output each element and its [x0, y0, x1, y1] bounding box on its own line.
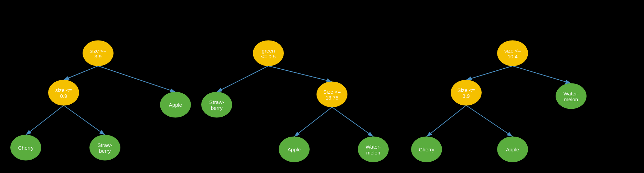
node-n1-tree3: size <=10.4: [497, 41, 528, 66]
node-n2-tree2: Straw-berry: [201, 92, 232, 118]
node-n2-tree3: Size <=3.9: [451, 80, 482, 106]
node-n3-tree2: Size <=13.75: [316, 82, 347, 107]
node-n3-tree3: Water-melon: [556, 83, 587, 109]
node-n5-tree2: Water-melon: [358, 137, 389, 162]
svg-line-3: [26, 105, 64, 135]
node-n5-tree1: Straw-berry: [89, 135, 120, 161]
svg-line-6: [268, 66, 332, 82]
node-n4-tree1: Cherry: [10, 135, 41, 161]
svg-line-8: [332, 107, 373, 137]
node-n5-tree3: Apple: [497, 137, 528, 162]
node-n4-tree2: Apple: [279, 137, 310, 162]
node-n3-tree1: Apple: [160, 92, 191, 118]
svg-line-9: [466, 66, 513, 80]
node-n2-tree1: size <=0.9: [48, 80, 79, 106]
svg-line-1: [64, 66, 98, 80]
svg-line-7: [294, 107, 332, 137]
tree-container: size <=3.9size <=0.9AppleCherryStraw-ber…: [0, 0, 644, 173]
svg-line-11: [427, 105, 466, 137]
svg-line-2: [98, 66, 175, 92]
svg-line-4: [64, 105, 105, 135]
node-n4-tree3: Cherry: [411, 137, 442, 162]
node-n1-tree2: green<= 0.5: [253, 41, 284, 66]
node-n1-tree1: size <=3.9: [83, 41, 114, 66]
svg-line-12: [466, 105, 513, 137]
svg-line-5: [217, 66, 268, 92]
svg-line-10: [513, 66, 571, 83]
